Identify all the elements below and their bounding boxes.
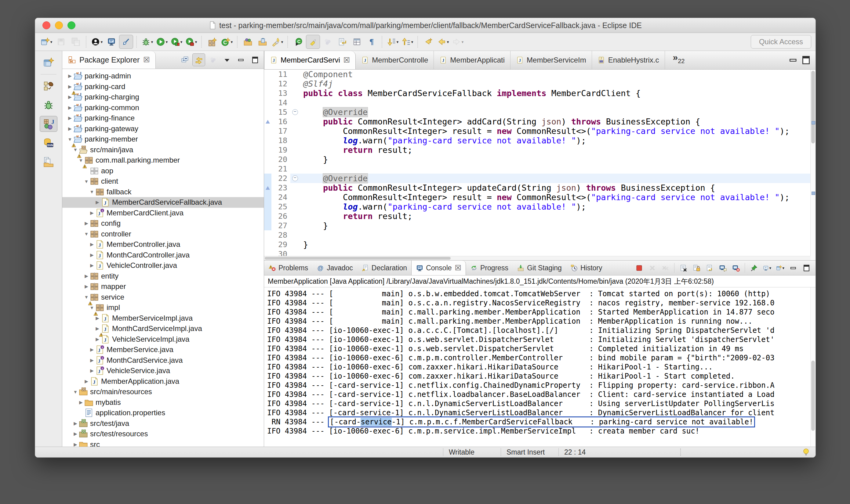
occurrence-marker[interactable] [812,121,815,125]
view-tab-git-staging[interactable]: Git Staging [513,260,566,275]
dropdown-arrow-icon[interactable]: ▾ [231,40,233,44]
previous-annotation-button[interactable]: ▾ [400,35,414,49]
minimize-view-button[interactable] [235,53,247,66]
close-icon[interactable]: ☒ [143,55,150,64]
expand-arrow-icon[interactable]: ▶ [94,199,101,205]
show-on-stdout-button[interactable] [716,262,729,274]
close-icon[interactable]: ☒ [455,264,462,272]
expand-arrow-icon[interactable]: ▶ [72,442,79,447]
maximize-view-button[interactable] [248,53,261,66]
dropdown-arrow-icon[interactable]: ▾ [462,40,464,44]
show-selected-source-button[interactable] [335,35,349,49]
show-whitespace-button[interactable]: ¶ [365,35,379,49]
show-on-stderr-button[interactable] [730,262,742,274]
dropdown-arrow-icon[interactable]: ▾ [180,40,183,44]
run-external-tool-button[interactable]: C [291,35,305,49]
tree-item[interactable]: ▶mapper [62,281,264,292]
tree-item[interactable]: ▶JIMemberCardClient.java [62,208,264,218]
forward-button[interactable]: ▾ [451,35,465,49]
remote-console-button[interactable] [104,35,119,49]
expand-arrow-icon[interactable]: ▶ [67,115,73,121]
fold-collapse-icon[interactable]: − [290,107,299,117]
tree-item[interactable]: ▶JMonthCardController.java [62,250,264,260]
tree-item[interactable]: ▼JMparking-member [62,134,264,145]
clear-console-button[interactable] [677,262,689,274]
open-type-button[interactable] [241,35,255,49]
view-tab-progress[interactable]: Progress [466,260,513,275]
scroll-lock-button[interactable] [690,262,702,274]
expand-arrow-icon[interactable]: ▶ [89,241,95,247]
expand-arrow-icon[interactable]: ▶ [89,368,95,374]
minimize-view-button[interactable] [787,262,799,274]
tree-item[interactable]: ▶JIVehicleService.java [62,365,264,376]
tree-item[interactable]: ▼impl [62,302,264,313]
expand-arrow-icon[interactable]: ▶ [72,421,79,426]
save-all-button[interactable] [69,35,83,49]
next-annotation-button[interactable]: ▾ [386,35,400,49]
view-tab-problems[interactable]: Problems [264,260,312,275]
pointer-tool-button[interactable] [119,35,133,49]
terminate-button[interactable] [633,262,645,274]
tree-item[interactable]: ▶mybatis [62,397,264,408]
expand-arrow-icon[interactable]: ▶ [83,273,90,279]
tree-item[interactable]: ▼service [62,292,264,303]
expand-arrow-icon[interactable]: ▶ [67,94,73,100]
java-perspective-button[interactable]: J [40,116,57,132]
view-tab-declaration[interactable]: Declaration [357,260,411,275]
remove-launch-button[interactable] [646,262,658,274]
tree-item[interactable]: ▶JMonthCardServiceImpl.java [62,323,264,334]
debug-perspective-button[interactable] [40,97,57,113]
tree-item[interactable]: ▶config [62,218,264,229]
expand-arrow-icon[interactable]: ▶ [89,358,95,363]
collapse-arrow-icon[interactable]: ▼ [83,231,90,236]
coverage-button[interactable]: ▾ [170,35,184,49]
team-sync-perspective-button[interactable] [40,154,57,169]
tree-item[interactable]: ▶JMparking-finance [62,113,264,124]
expand-arrow-icon[interactable]: ▶ [83,284,90,289]
close-icon[interactable]: ☒ [344,56,350,65]
team-presence-button[interactable] [320,35,335,49]
expand-arrow-icon[interactable]: ▶ [89,210,95,216]
pin-console-button[interactable] [748,262,760,274]
dropdown-arrow-icon[interactable]: ▾ [769,266,771,270]
dropdown-arrow-icon[interactable]: ▾ [166,40,168,44]
editor-scrollbar[interactable] [810,70,815,260]
dropdown-arrow-icon[interactable]: ▾ [411,40,413,44]
editor-tab-membercardservi[interactable]: JMemberCardServi☒ [264,51,356,69]
tree-item[interactable]: ▶JMemberController.java [62,239,264,250]
maximize-view-button[interactable] [800,262,813,274]
link-with-editor-button[interactable] [192,53,205,66]
profile-button[interactable]: ▾ [184,35,198,49]
dropdown-arrow-icon[interactable]: ▾ [151,40,153,44]
lightbulb-icon[interactable] [802,448,810,456]
expand-arrow-icon[interactable]: ▶ [83,220,90,226]
tree-item[interactable]: ▶JVehicleServiceImpl.java [62,334,264,345]
view-menu-button[interactable] [221,53,233,66]
minimize-editor-button[interactable] [788,55,798,65]
save-button[interactable] [54,35,68,49]
tree-item[interactable]: ▶JMemberApplication.java [62,376,264,387]
tab-package-explorer[interactable]: Package Explorer ☒ [62,51,156,69]
tree-item[interactable]: ▼src/main/java [62,145,264,155]
open-console-button[interactable]: ▾ [774,262,786,274]
new-java-class-button[interactable]: C▾ [220,35,234,49]
tree-item[interactable]: ▼fallback [62,187,264,197]
expand-arrow-icon[interactable]: ▶ [67,73,73,79]
tree-item[interactable]: aop [62,166,264,176]
collapse-arrow-icon[interactable]: ▼ [89,189,95,194]
expand-arrow-icon[interactable]: ▶ [67,126,73,131]
open-task-button[interactable] [256,35,270,49]
dropdown-arrow-icon[interactable]: ▾ [281,40,283,44]
show-outline-button[interactable] [350,35,364,49]
dropdown-arrow-icon[interactable]: ▾ [50,40,53,44]
tree-item[interactable]: ▶JMparking-card [62,82,264,92]
tree-item[interactable]: ▼com.mall.parking.member [62,155,264,166]
close-window-button[interactable] [42,21,50,29]
view-tab-history[interactable]: History [566,260,607,275]
tree-item[interactable]: ▶entity [62,271,264,282]
code-editor[interactable]: 11@Component12@Slf4j13public class Membe… [264,70,815,260]
editor-tab-overflow[interactable]: »22 [665,51,687,69]
collapse-arrow-icon[interactable]: ▼ [72,389,79,395]
expand-arrow-icon[interactable]: ▶ [83,379,90,384]
quick-access-button[interactable]: Quick Access [751,35,811,49]
